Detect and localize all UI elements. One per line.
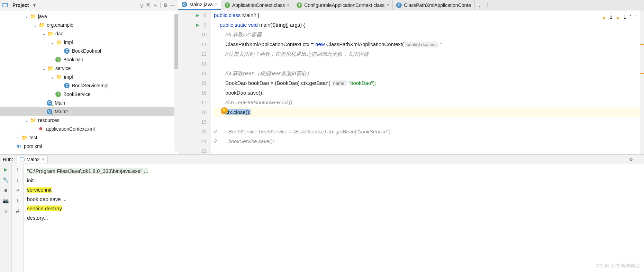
tree-node-service[interactable]: ⌄📁service	[0, 64, 178, 72]
tree-node-appcontext-xml[interactable]: ⬢applicationContext.xml	[0, 124, 178, 133]
close-icon[interactable]: ×	[42, 157, 45, 162]
chevron-down-icon: ⌄	[50, 40, 55, 45]
chevron-up-icon[interactable]: ˄	[629, 12, 632, 22]
tree-scrollbar[interactable]	[174, 14, 178, 151]
tree-node-dao[interactable]: ⌄📁dao	[0, 29, 178, 38]
class-icon: C	[64, 82, 70, 89]
close-icon[interactable]: ×	[287, 3, 289, 8]
chevron-right-icon: ›	[16, 135, 20, 140]
console-command: "C:\Program Files\Java\jdk1.8.0_333\bin\…	[27, 168, 148, 174]
package-icon: 📁	[56, 74, 62, 80]
dump-button[interactable]: 📷	[2, 197, 10, 204]
editor-body[interactable]: ▶8 ▶9 101112 131415 161718 192021 22 ▲2 …	[178, 10, 644, 154]
project-tree[interactable]: ⌄📁java ⌄📁org.example ⌄📁dao ⌄📁impl CBookD…	[0, 10, 178, 154]
tab-main2[interactable]: CMain2.java×	[178, 0, 221, 10]
down-button[interactable]: ↓	[14, 176, 21, 184]
interface-icon: I	[55, 56, 61, 63]
up-button[interactable]: ↑	[14, 166, 21, 173]
tree-node-package[interactable]: ⌄📁org.example	[0, 20, 178, 29]
tabs-dropdown-icon[interactable]: ⌄	[478, 2, 482, 8]
class-icon: C	[64, 48, 70, 54]
tree-node-resources[interactable]: ⌄📁resources	[0, 116, 178, 124]
expand-icon[interactable]: ⇱	[145, 2, 152, 9]
project-title: Project	[12, 2, 29, 8]
locate-icon[interactable]: ◎	[138, 2, 145, 9]
maven-icon: m	[16, 143, 22, 149]
intention-bulb-icon[interactable]: 💡	[221, 107, 228, 114]
run-config-icon	[20, 157, 25, 162]
tree-node-bookservice[interactable]: IBookService	[0, 90, 178, 98]
soft-wrap-button[interactable]: ⤶	[14, 186, 21, 194]
interface-icon: I	[297, 2, 302, 8]
settings-icon[interactable]: ⚙	[627, 156, 634, 163]
tree-node-main2[interactable]: CMain2	[0, 107, 178, 116]
run-label: Run:	[3, 157, 13, 162]
tree-node-bookdao[interactable]: IBookDao	[0, 55, 178, 64]
resources-folder-icon: 📁	[30, 117, 36, 123]
package-icon: 📁	[47, 65, 53, 71]
run-toolbar-primary: ▶ 🔧 ■ 📷 ⎋	[0, 164, 12, 272]
exit-button[interactable]: ⎋	[2, 207, 10, 215]
tab-configurableapplicationcontext[interactable]: IConfigurableApplicationContext.class×	[293, 0, 393, 10]
tree-node-dao-impl[interactable]: ⌄📁impl	[0, 38, 178, 46]
rerun-button[interactable]: ▶	[2, 166, 10, 173]
tab-applicationcontext[interactable]: IApplicationContext.class×	[221, 0, 293, 10]
tools-button[interactable]: 🔧	[2, 176, 10, 184]
svg-rect-0	[3, 3, 8, 7]
tab-classpathxml[interactable]: CClassPathXmlApplicationConte	[393, 0, 475, 10]
package-icon: 📁	[56, 39, 62, 45]
tree-node-pom[interactable]: mpom.xml	[0, 142, 178, 150]
project-header: Project ▾ ◎ ⇱ ⇲ ⚙ —	[0, 0, 178, 10]
tree-node-java[interactable]: ⌄📁java	[0, 12, 178, 20]
chevron-down-icon[interactable]: ˅	[635, 12, 638, 22]
tabs-more-icon[interactable]: ⋮	[485, 2, 490, 8]
editor-area: CMain2.java× IApplicationContext.class× …	[178, 0, 644, 154]
run-toolbar-secondary: ↑ ↓ ⤶ ⤓ 🖨	[12, 164, 24, 272]
hide-icon[interactable]: —	[634, 156, 641, 163]
print-button[interactable]: 🖨	[14, 207, 21, 215]
scroll-end-button[interactable]: ⤓	[14, 197, 21, 204]
close-icon[interactable]: ×	[215, 2, 217, 7]
settings-icon[interactable]: ⚙	[162, 2, 169, 9]
folder-icon: 📁	[30, 13, 36, 19]
console-line: destory...	[27, 213, 641, 222]
chevron-down-icon: ⌄	[24, 118, 29, 123]
run-header: Run: Main2 × ⚙ —	[0, 155, 644, 164]
tree-node-test[interactable]: ›📁test	[0, 133, 178, 142]
class-icon: C	[396, 2, 402, 8]
svg-rect-1	[20, 158, 24, 161]
package-icon: 📁	[38, 22, 45, 28]
error-stripe[interactable]	[640, 10, 644, 154]
run-gutter-icon[interactable]: ▶	[196, 13, 199, 18]
project-icon	[2, 2, 8, 8]
stop-button[interactable]: ■	[2, 186, 10, 194]
interface-icon: I	[55, 91, 61, 97]
tree-node-bookserviceimpl[interactable]: CBookServiceImpl	[0, 81, 178, 90]
chevron-down-icon: ⌄	[50, 74, 55, 79]
tree-node-service-impl[interactable]: ⌄📁impl	[0, 72, 178, 81]
console-output[interactable]: "C:\Program Files\Java\jdk1.8.0_333\bin\…	[24, 164, 644, 272]
run-config-tab[interactable]: Main2 ×	[17, 156, 48, 163]
chevron-down-icon: ⌄	[33, 23, 38, 27]
run-tool-window: Run: Main2 × ⚙ — ▶ 🔧 ■ 📷 ⎋ ↑ ↓ ⤶ ⤓ 🖨 "C:…	[0, 154, 644, 272]
spring-xml-icon: ⬢	[38, 126, 44, 132]
run-gutter-icon[interactable]: ▶	[196, 23, 199, 27]
console-highlight: service destroy	[27, 205, 62, 211]
weak-warning-icon: ▲	[616, 12, 620, 22]
console-line: init...	[27, 176, 641, 185]
chevron-down-icon: ⌄	[42, 31, 46, 36]
tree-node-bookdaoimpl[interactable]: CBookDaoImpl	[0, 46, 178, 55]
interface-icon: I	[225, 2, 230, 8]
class-icon: C	[182, 2, 187, 7]
project-dropdown-icon[interactable]: ▾	[31, 2, 38, 9]
hide-icon[interactable]: —	[169, 2, 176, 9]
collapse-icon[interactable]: ⇲	[152, 2, 159, 9]
tree-node-main[interactable]: CMain	[0, 98, 178, 107]
close-icon[interactable]: ×	[387, 3, 389, 8]
watermark: CSDN @东离与糖宝	[596, 263, 640, 269]
chevron-down-icon: ⌄	[42, 66, 46, 71]
code-area[interactable]: ▲2 ▲1 ˄˅ public class Main2 { public sta…	[211, 10, 644, 154]
inspection-status[interactable]: ▲2 ▲1 ˄˅	[602, 12, 638, 22]
editor-tabs: CMain2.java× IApplicationContext.class× …	[178, 0, 644, 10]
package-icon: 📁	[47, 30, 53, 37]
